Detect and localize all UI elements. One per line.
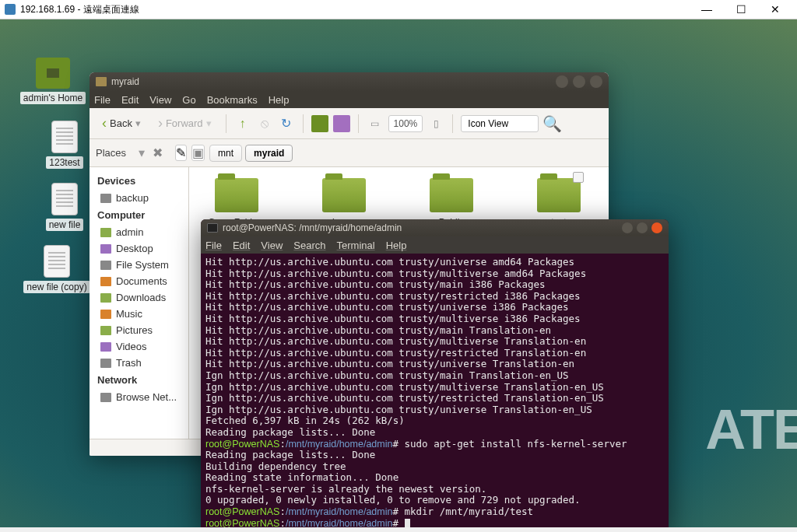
fm-location-bar: Places ▾ ✖ ✎ ▣ mntmyraid bbox=[90, 139, 609, 167]
zoom-level[interactable]: 100% bbox=[388, 115, 423, 132]
sidebar-header-computer: Computer bbox=[90, 206, 188, 224]
term-menu-terminal[interactable]: Terminal bbox=[337, 240, 375, 251]
view-mode-select[interactable]: Icon View bbox=[461, 115, 539, 132]
zoom-out-button[interactable]: ▭ bbox=[367, 115, 384, 132]
folder-icon bbox=[100, 310, 111, 319]
terminal-icon bbox=[207, 223, 218, 233]
doc-icon bbox=[44, 245, 70, 278]
desktop-icon-new-file[interactable]: new file bbox=[31, 183, 98, 231]
fm-toolbar: ‹Back ▾ ›Forward ▾ ↑ ⦸ ↻ ▭ 100% ▯ Icon V… bbox=[90, 108, 609, 139]
sidebar-item-trash[interactable]: Trash bbox=[90, 355, 188, 371]
breadcrumb-myraid[interactable]: myraid bbox=[245, 145, 293, 162]
rdp-icon bbox=[5, 4, 16, 15]
fm-close-button[interactable] bbox=[590, 75, 602, 88]
term-close-button[interactable] bbox=[651, 222, 662, 233]
root-crumb[interactable]: ▣ bbox=[191, 145, 205, 161]
sidebar-item-videos[interactable]: Videos bbox=[90, 338, 188, 355]
remote-desktop: admin's Home123testnew filenew file (cop… bbox=[0, 19, 797, 527]
folder-icon bbox=[322, 178, 366, 212]
fm-menu-edit[interactable]: Edit bbox=[121, 94, 139, 106]
term-menu-file[interactable]: File bbox=[205, 240, 222, 251]
folder-icon bbox=[100, 228, 111, 237]
term-output[interactable]: Hit http://us.archive.ubuntu.com trusty/… bbox=[201, 254, 669, 527]
folder-icon bbox=[100, 194, 111, 203]
desktop-icon-new-file-copy-[interactable]: new file (copy) bbox=[23, 245, 90, 293]
term-title: root@PowerNAS: /mnt/myraid/home/admin bbox=[223, 222, 402, 233]
term-titlebar[interactable]: root@PowerNAS: /mnt/myraid/home/admin bbox=[201, 219, 669, 236]
fm-titlebar[interactable]: myraid bbox=[90, 72, 609, 91]
fm-menu-file[interactable]: File bbox=[94, 94, 111, 106]
host-window-title: 192.168.1.69 - 遠端桌面連線 bbox=[20, 3, 139, 16]
maximize-button[interactable]: ☐ bbox=[724, 0, 758, 19]
folder-icon bbox=[100, 261, 111, 270]
folder-icon bbox=[537, 178, 581, 212]
forward-button[interactable]: ›Forward ▾ bbox=[152, 112, 218, 135]
folder-icon bbox=[96, 77, 107, 86]
sidebar-item-backup[interactable]: backup bbox=[90, 190, 188, 206]
fm-menu-view[interactable]: View bbox=[149, 94, 171, 106]
term-menu-view[interactable]: View bbox=[261, 240, 283, 251]
up-button[interactable]: ↑ bbox=[234, 115, 251, 132]
close-button[interactable]: ✕ bbox=[758, 0, 792, 19]
host-window-titlebar: 192.168.1.69 - 遠端桌面連線 — ☐ ✕ bbox=[0, 0, 797, 19]
folder-icon bbox=[100, 359, 111, 368]
stop-button[interactable]: ⦸ bbox=[256, 115, 273, 132]
desktop-icon-123test[interactable]: 123test bbox=[31, 121, 98, 169]
folder-icon bbox=[215, 178, 258, 212]
fm-menu-go[interactable]: Go bbox=[182, 94, 195, 106]
reload-button[interactable]: ↻ bbox=[278, 115, 295, 132]
sidebar-item-file-system[interactable]: File System bbox=[90, 257, 188, 273]
sidebar-item-music[interactable]: Music bbox=[90, 306, 188, 322]
sidebar-item-downloads[interactable]: Downloads bbox=[90, 289, 188, 306]
folder-icon bbox=[100, 326, 111, 335]
term-menu-search[interactable]: Search bbox=[293, 240, 325, 251]
zoom-in-button[interactable]: ▯ bbox=[427, 115, 444, 132]
terminal-window: root@PowerNAS: /mnt/myraid/home/admin Fi… bbox=[201, 219, 669, 527]
breadcrumb-mnt[interactable]: mnt bbox=[209, 145, 242, 162]
desktop-icon-admin-s-Home[interactable]: admin's Home bbox=[19, 58, 86, 104]
sidebar-item-admin[interactable]: admin bbox=[90, 224, 188, 240]
wallpaper-text-fragment: ATE bbox=[705, 397, 797, 461]
close-sidebar-icon[interactable]: ✖ bbox=[153, 145, 163, 160]
term-menu-edit[interactable]: Edit bbox=[233, 240, 250, 251]
folder-icon bbox=[100, 393, 111, 402]
term-menubar: FileEditViewSearchTerminalHelp bbox=[201, 236, 669, 254]
home-icon bbox=[36, 58, 70, 89]
fm-title: myraid bbox=[111, 76, 139, 87]
search-button[interactable]: 🔍 bbox=[543, 115, 560, 132]
folder-icon bbox=[100, 293, 111, 303]
term-menu-help[interactable]: Help bbox=[386, 240, 407, 251]
home-button[interactable] bbox=[311, 115, 328, 132]
sidebar-item-documents[interactable]: Documents bbox=[90, 273, 188, 289]
folder-icon bbox=[100, 277, 111, 286]
folder-icon bbox=[100, 342, 111, 352]
doc-icon bbox=[51, 183, 78, 215]
fm-minimize-button[interactable] bbox=[556, 75, 568, 88]
folder-icon bbox=[100, 244, 111, 254]
minimize-button[interactable]: — bbox=[690, 0, 724, 19]
fm-menu-bookmarks[interactable]: Bookmarks bbox=[207, 94, 258, 106]
fm-menubar: FileEditViewGoBookmarksHelp bbox=[90, 91, 609, 108]
sidebar-header-network: Network bbox=[90, 371, 188, 389]
computer-button[interactable] bbox=[333, 115, 350, 132]
sidebar-item-desktop[interactable]: Desktop bbox=[90, 240, 188, 257]
fm-menu-help[interactable]: Help bbox=[269, 94, 290, 106]
places-label[interactable]: Places bbox=[96, 147, 134, 159]
doc-icon bbox=[51, 121, 78, 153]
fm-sidebar: DevicesbackupComputeradminDesktopFile Sy… bbox=[90, 167, 189, 439]
chevron-left-icon: ‹ bbox=[102, 115, 107, 131]
chevron-right-icon: › bbox=[158, 115, 163, 131]
folder-icon bbox=[430, 178, 473, 212]
edit-path-button[interactable]: ✎ bbox=[175, 145, 187, 161]
sidebar-header-devices: Devices bbox=[90, 172, 188, 190]
back-button[interactable]: ‹Back ▾ bbox=[96, 112, 147, 135]
sidebar-item-browse-net-[interactable]: Browse Net... bbox=[90, 389, 188, 405]
sidebar-item-pictures[interactable]: Pictures bbox=[90, 322, 188, 338]
term-minimize-button[interactable] bbox=[622, 222, 633, 233]
fm-maximize-button[interactable] bbox=[573, 75, 585, 88]
term-maximize-button[interactable] bbox=[637, 222, 648, 233]
lock-icon bbox=[573, 172, 584, 183]
